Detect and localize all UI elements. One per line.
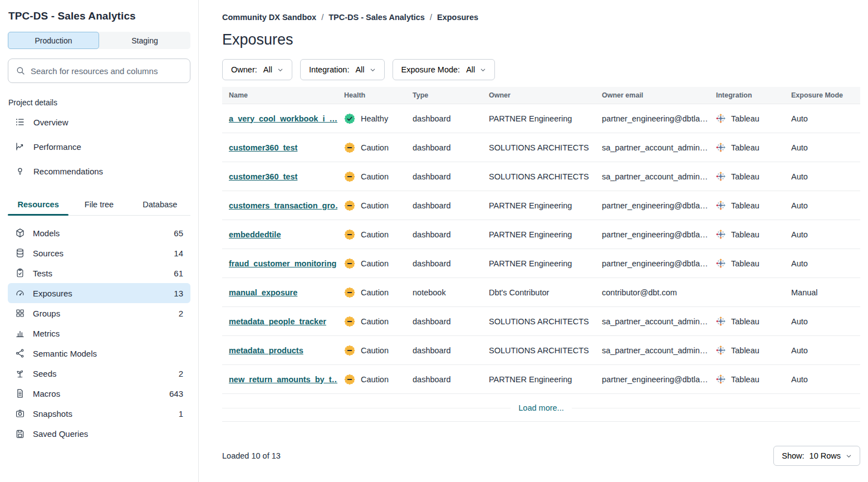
loaded-count-text: Loaded 10 of 13 <box>222 451 281 460</box>
table-body: a_very_cool_workbook_i_… <box>222 104 860 394</box>
type-cell: dashboard <box>406 143 482 152</box>
document-icon <box>15 388 25 398</box>
network-icon <box>15 348 25 358</box>
exposure-mode-cell: Auto <box>784 317 860 326</box>
integration-label: Tableau <box>731 172 759 181</box>
exposure-mode-cell: Auto <box>784 375 860 384</box>
exposure-name-link[interactable]: a_very_cool_workbook_i_… <box>229 114 337 123</box>
search-box[interactable] <box>8 59 190 83</box>
exposure-name-link[interactable]: fraud_customer_monitoring <box>229 259 336 268</box>
exposure-name-link[interactable]: metadata_people_tracker <box>229 317 326 326</box>
resource-count: 14 <box>174 249 183 258</box>
caution-icon <box>344 316 355 327</box>
sidebar-item-recommendations[interactable]: Recommendations <box>8 159 190 183</box>
type-cell: dashboard <box>406 230 482 239</box>
caution-icon <box>344 229 355 240</box>
tab-database[interactable]: Database <box>130 195 190 215</box>
resource-list: Models 65 Sources 14 Tests 61 Exposures … <box>8 223 190 444</box>
sidebar-item-label: Sources <box>33 249 63 258</box>
gauge-icon <box>15 288 25 298</box>
sidebar-item-semantic-models[interactable]: Semantic Models <box>8 343 190 363</box>
cube-icon <box>15 228 25 238</box>
sidebar-item-groups[interactable]: Groups 2 <box>8 303 190 323</box>
tab-production[interactable]: Production <box>8 32 99 49</box>
breadcrumb-project[interactable]: TPC-DS - Sales Analytics <box>328 13 425 22</box>
sidebar-item-overview[interactable]: Overview <box>8 110 190 134</box>
exposures-table: Name Health Type Owner Owner email Integ… <box>222 87 860 422</box>
sidebar-item-label: Models <box>33 228 60 238</box>
exposure-name-link[interactable]: manual_exposure <box>229 288 297 297</box>
table-row: customer360_test <box>222 162 860 191</box>
health-label: Healthy <box>361 114 388 123</box>
tableau-icon <box>716 201 725 210</box>
caution-icon <box>344 142 355 153</box>
sidebar-item-label: Groups <box>33 309 60 318</box>
type-cell: dashboard <box>406 172 482 181</box>
filter-value: All <box>466 65 475 74</box>
filter-value: All <box>355 65 364 74</box>
search-input[interactable] <box>31 66 183 76</box>
sprout-icon <box>15 368 25 378</box>
exposure-mode-cell: Auto <box>784 114 860 123</box>
load-more-link[interactable]: Load more... <box>511 403 571 412</box>
breadcrumb-separator: / <box>430 13 432 22</box>
sidebar-item-performance[interactable]: Performance <box>8 134 190 159</box>
resource-count: 65 <box>174 228 183 238</box>
sidebar-item-macros[interactable]: Macros 643 <box>8 383 190 403</box>
sidebar-item-sources[interactable]: Sources 14 <box>8 243 190 263</box>
integration-cell: Tableau <box>709 230 784 239</box>
sidebar-item-label: Seeds <box>33 369 57 378</box>
exposure-name-link[interactable]: embeddedtile <box>229 230 281 239</box>
sidebar-view-tabs: Resources File tree Database <box>8 195 190 216</box>
exposure-mode-filter-button[interactable]: Exposure Mode: All <box>393 59 496 80</box>
table-row: a_very_cool_workbook_i_… <box>222 104 860 133</box>
sidebar-item-seeds[interactable]: Seeds 2 <box>8 363 190 383</box>
breadcrumb-account[interactable]: Community DX Sandbox <box>222 13 316 22</box>
exposure-mode-cell: Auto <box>784 143 860 152</box>
exposure-name-link[interactable]: new_return_amounts_by_t… <box>229 375 337 384</box>
sidebar-item-models[interactable]: Models 65 <box>8 223 190 243</box>
health-label: Caution <box>361 288 389 297</box>
health-cell: Caution <box>337 287 406 298</box>
tab-resources[interactable]: Resources <box>8 195 68 215</box>
health-cell: Caution <box>337 229 406 240</box>
column-header-name: Name <box>222 91 337 99</box>
exposure-name-link[interactable]: customers_transaction_gro… <box>229 201 337 210</box>
owner-email-cell: partner_engineering@dbtla… <box>595 375 709 384</box>
owner-email-cell: sa_partner_account_admin… <box>595 317 709 326</box>
exposure-name-link[interactable]: customer360_test <box>229 143 297 152</box>
sidebar-item-label: Saved Queries <box>33 429 88 439</box>
sidebar-item-saved-queries[interactable]: Saved Queries <box>8 423 190 444</box>
resource-count: 1 <box>179 409 183 418</box>
table-row: metadata_products <box>222 336 860 365</box>
owner-cell: PARTNER Engineering <box>482 230 595 239</box>
sidebar-item-tests[interactable]: Tests 61 <box>8 263 190 283</box>
integration-cell: Tableau <box>709 172 784 181</box>
table-header-row: Name Health Type Owner Owner email Integ… <box>222 87 860 104</box>
owner-filter-button[interactable]: Owner: All <box>222 59 292 80</box>
health-label: Caution <box>361 346 389 355</box>
tableau-icon <box>716 374 725 384</box>
exposure-name-link[interactable]: metadata_products <box>229 346 303 355</box>
caution-icon <box>344 345 355 356</box>
project-details-heading: Project details <box>8 98 190 107</box>
tableau-icon <box>716 143 725 152</box>
owner-cell: PARTNER Engineering <box>482 114 595 123</box>
health-cell: Caution <box>337 374 406 385</box>
tab-file-tree[interactable]: File tree <box>68 195 129 215</box>
sidebar-item-metrics[interactable]: Metrics <box>8 323 190 343</box>
lightbulb-icon <box>15 166 25 176</box>
integration-label: Tableau <box>731 201 759 210</box>
integration-filter-button[interactable]: Integration: All <box>300 59 385 80</box>
show-rows-button[interactable]: Show: 10 Rows <box>773 446 860 466</box>
exposure-name-link[interactable]: customer360_test <box>229 172 297 181</box>
integration-label: Tableau <box>731 317 759 326</box>
tab-staging[interactable]: Staging <box>99 32 190 49</box>
sidebar-item-snapshots[interactable]: Snapshots 1 <box>8 403 190 423</box>
sidebar-item-exposures[interactable]: Exposures 13 <box>8 283 190 303</box>
column-header-integration: Integration <box>709 91 784 99</box>
health-label: Caution <box>361 201 389 210</box>
caution-icon <box>344 258 355 269</box>
search-icon <box>16 66 26 76</box>
integration-cell: Tableau <box>709 345 784 355</box>
